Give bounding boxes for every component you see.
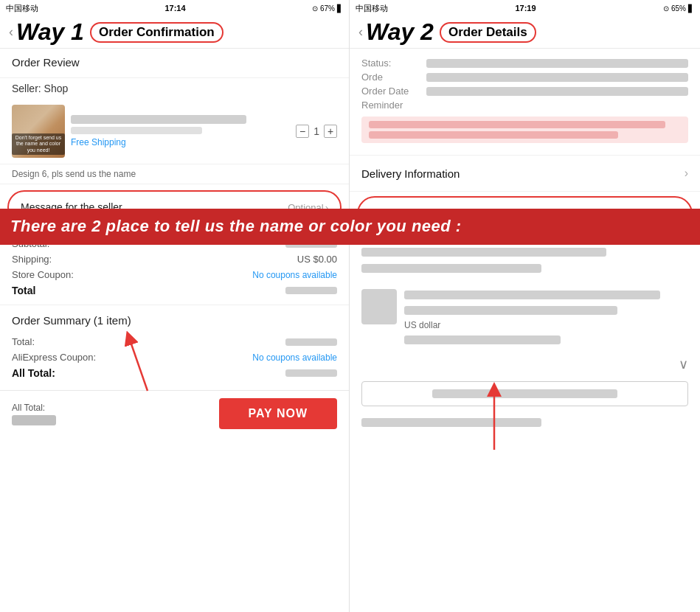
left-status-bar: 中国移动 17:14 ⊙ 67% ▋	[0, 0, 349, 16]
product-name-blurred	[71, 115, 246, 124]
right-time: 17:19	[515, 4, 536, 13]
order-review-section: Order Review	[0, 49, 349, 78]
left-nav-title: Order Confirmation	[90, 22, 223, 43]
order-blurred	[426, 73, 688, 82]
summary-total-value	[285, 338, 337, 346]
summary-total-label: Total:	[12, 336, 35, 347]
dollar-text: US dollar	[404, 320, 688, 330]
store-coupon-label: Store Coupon:	[12, 269, 74, 280]
pay-total-label: All Total:	[12, 403, 56, 413]
right-product-thumb	[361, 289, 397, 324]
pay-total-blurred	[12, 415, 56, 425]
right-info-section: Status: Orde Order Date Reminder	[350, 49, 700, 156]
design-note: Design 6, pls send us the name	[0, 164, 349, 184]
store-coupon-row: Store Coupon: No coupons available	[12, 267, 337, 282]
qty-control: − 1 +	[296, 125, 337, 138]
right-product-info: US dollar	[404, 289, 688, 346]
seller-label: Seller:	[12, 83, 41, 94]
dropdown-icon[interactable]: ∨	[679, 356, 688, 372]
store-coupon-value: No coupons available	[252, 270, 337, 280]
left-battery: ⊙ 67% ▋	[312, 4, 343, 13]
qty-plus-btn[interactable]: +	[324, 125, 337, 138]
right-nav-title: Order Details	[440, 22, 536, 43]
pay-now-button[interactable]: PAY NOW	[219, 398, 338, 429]
delivery-info-row[interactable]: Delivery Information ›	[350, 156, 700, 192]
left-time: 17:14	[164, 4, 185, 13]
dropdown-row: ∨	[350, 353, 700, 375]
left-back-icon[interactable]: ‹	[9, 24, 13, 40]
status-info-label: Status:	[361, 58, 420, 69]
order-info-label: Orde	[361, 72, 420, 83]
all-total-label: All Total:	[12, 367, 55, 379]
left-way-label: Way 1	[16, 18, 84, 46]
shipping-label: Shipping:	[12, 254, 52, 265]
all-total-row: All Total:	[12, 365, 337, 381]
order-date-blurred	[426, 87, 688, 96]
total-label: Total	[12, 285, 35, 296]
right-carrier: 中国移动	[356, 3, 388, 14]
right-nav-bar: ‹ Way 2 Order Details	[350, 16, 700, 49]
total-row: Total	[12, 282, 337, 299]
aliexpress-coupon-label: AliExpress Coupon:	[12, 352, 96, 363]
order-date-row: Order Date	[361, 84, 688, 98]
product-row: Don't forget send us the name and color …	[0, 99, 349, 164]
reminder-label: Reminder	[361, 100, 420, 111]
qty-minus-btn[interactable]: −	[296, 125, 309, 138]
right-back-icon[interactable]: ‹	[358, 24, 363, 40]
pay-total-area: All Total:	[12, 403, 56, 425]
right-bottom-blurred	[350, 239, 700, 282]
delivery-chevron: ›	[685, 167, 688, 180]
seller-name: Shop	[44, 83, 69, 94]
order-info-row: Orde	[361, 70, 688, 84]
delivery-label: Delivery Information	[361, 167, 460, 180]
shipping-row: Shipping: US $0.00	[12, 251, 337, 267]
shipping-value: US $0.00	[297, 254, 337, 265]
product-image: Don't forget send us the name and color …	[12, 105, 65, 158]
left-nav-bar: ‹ Way 1 Order Confirmation	[0, 16, 349, 49]
reminder-bar	[361, 117, 688, 143]
all-total-value	[285, 369, 337, 377]
right-product-row: US dollar	[350, 282, 700, 353]
aliexpress-coupon-value: No coupons available	[252, 352, 337, 363]
free-shipping-label: Free Shipping	[71, 137, 290, 147]
aliexpress-coupon-row: AliExpress Coupon: No coupons available	[12, 350, 337, 365]
right-battery: ⊙ 65% ▋	[663, 4, 694, 13]
right-status-bar: 中国移动 17:19 ⊙ 65% ▋	[350, 0, 700, 16]
seller-row: Seller: Shop	[0, 78, 349, 99]
input-box[interactable]	[361, 381, 688, 406]
product-subname-blurred	[71, 127, 202, 134]
order-summary-title: Order Summary (1 item)	[12, 314, 337, 327]
pay-footer: All Total: PAY NOW	[0, 390, 349, 437]
right-way-label: Way 2	[366, 18, 434, 46]
left-carrier: 中国移动	[6, 3, 38, 14]
product-details: Free Shipping	[71, 115, 290, 147]
summary-total-row: Total:	[12, 334, 337, 350]
total-value	[285, 287, 337, 294]
status-blurred	[426, 59, 688, 68]
bottom-blurred-row	[350, 412, 700, 433]
overlay-banner: There are 2 place to tell us the name or…	[0, 209, 700, 245]
reminder-row: Reminder	[361, 98, 688, 147]
input-box-blurred	[432, 389, 617, 398]
order-review-title: Order Review	[12, 56, 337, 69]
product-image-text: Don't forget send us the name and color …	[12, 133, 65, 155]
qty-value: 1	[313, 125, 319, 137]
order-date-label: Order Date	[361, 86, 420, 97]
status-info-row: Status:	[361, 56, 688, 70]
order-summary-section: Order Summary (1 item) Total: AliExpress…	[0, 305, 349, 390]
